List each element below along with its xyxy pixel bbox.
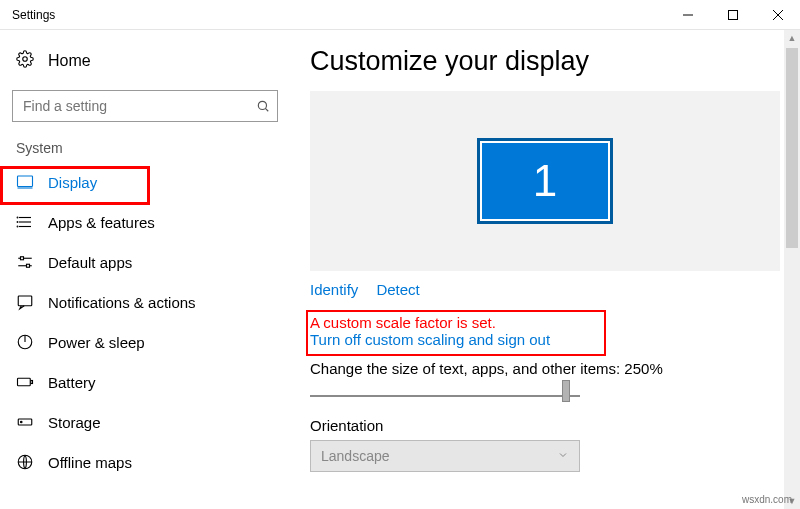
minimize-button[interactable] [665,0,710,30]
svg-point-13 [17,222,18,223]
sidebar-item-label: Display [48,174,97,191]
monitor-1[interactable]: 1 [480,141,610,221]
home-label: Home [48,52,91,70]
svg-rect-17 [21,257,24,260]
home-button[interactable]: Home [0,42,290,80]
orientation-label: Orientation [310,417,780,434]
sidebar-item-power-sleep[interactable]: Power & sleep [0,322,290,362]
svg-point-12 [17,217,18,218]
titlebar: Settings [0,0,800,30]
sidebar-item-notifications[interactable]: Notifications & actions [0,282,290,322]
chevron-down-icon [557,448,569,464]
detect-link[interactable]: Detect [376,281,419,298]
search-icon [249,99,277,113]
sidebar-item-label: Power & sleep [48,334,145,351]
sliders-icon [16,253,36,271]
svg-rect-22 [18,378,31,386]
sidebar-item-label: Battery [48,374,96,391]
scroll-up-icon[interactable]: ▲ [784,30,800,46]
sidebar-item-offline-maps[interactable]: Offline maps [0,442,290,482]
svg-point-4 [23,57,28,62]
sidebar-item-display[interactable]: Display [0,162,290,202]
display-arrangement[interactable]: 1 [310,91,780,271]
sidebar-item-default-apps[interactable]: Default apps [0,242,290,282]
sidebar-item-label: Storage [48,414,101,431]
svg-point-25 [21,421,23,423]
svg-rect-18 [27,264,30,267]
sidebar-item-label: Apps & features [48,214,155,231]
sidebar-item-battery[interactable]: Battery [0,362,290,402]
search-input[interactable] [13,98,249,114]
svg-rect-23 [31,381,33,384]
page-title: Customize your display [310,46,780,77]
svg-rect-19 [18,296,32,306]
sidebar-item-storage[interactable]: Storage [0,402,290,442]
monitor-number: 1 [533,156,557,206]
power-icon [16,333,36,351]
identify-link[interactable]: Identify [310,281,358,298]
gear-icon [16,50,36,72]
watermark: wsxdn.com [742,494,792,505]
content-pane: Customize your display 1 Identify Detect… [290,30,800,509]
battery-icon [16,373,36,391]
svg-line-6 [265,108,268,111]
orientation-select[interactable]: Landscape [310,440,580,472]
search-box[interactable] [12,90,278,122]
custom-scale-warning: A custom scale factor is set. [310,314,780,331]
sidebar-item-label: Offline maps [48,454,132,471]
sidebar-item-apps-features[interactable]: Apps & features [0,202,290,242]
close-button[interactable] [755,0,800,30]
turn-off-scaling-link[interactable]: Turn off custom scaling and sign out [310,331,780,348]
svg-rect-1 [728,10,737,19]
scrollbar-thumb[interactable] [786,48,798,248]
storage-icon [16,413,36,431]
svg-rect-7 [18,176,33,187]
scale-label: Change the size of text, apps, and other… [310,360,780,377]
maximize-button[interactable] [710,0,755,30]
scale-slider[interactable] [310,395,580,397]
group-label-system: System [0,122,290,162]
monitor-icon [16,173,36,191]
sidebar-item-label: Default apps [48,254,132,271]
window-title: Settings [0,8,55,22]
message-icon [16,293,36,311]
svg-point-14 [17,226,18,227]
orientation-value: Landscape [321,448,390,464]
vertical-scrollbar[interactable]: ▲ ▼ [784,30,800,509]
svg-point-5 [258,101,266,109]
sidebar-item-label: Notifications & actions [48,294,196,311]
list-icon [16,213,36,231]
map-icon [16,453,36,471]
sidebar: Home System Display Apps & features [0,30,290,509]
